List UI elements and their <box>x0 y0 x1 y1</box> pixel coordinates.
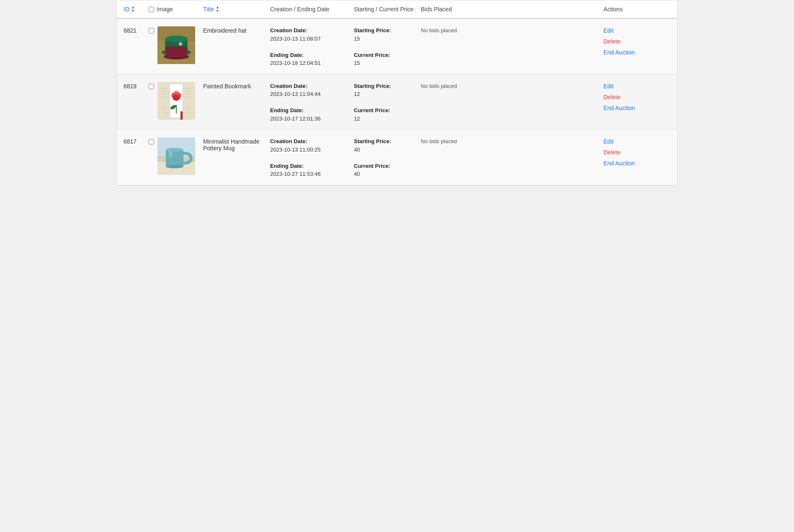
row-title: Painted Bookmark <box>203 81 270 90</box>
row-dates: Creation Date: 2023-10-13 11:00:25 Endin… <box>270 136 354 178</box>
col-header-actions: Actions <box>603 6 670 13</box>
row-checkbox[interactable] <box>149 139 154 144</box>
col-header-bids: Bids Placed <box>421 6 603 13</box>
row-checkbox[interactable] <box>149 28 154 33</box>
svg-point-30 <box>166 165 183 168</box>
table-header: ID ▲▼ Image Title ▲▼ Creation / Ending D… <box>117 0 677 19</box>
row-actions: Edit Delete End Auction <box>603 26 670 56</box>
row-price: Starting Price: 40 Current Price: 40 <box>354 136 421 178</box>
table-row: 6821 <box>117 19 677 75</box>
product-image <box>157 82 195 120</box>
col-header-title[interactable]: Title ▲▼ <box>203 5 270 13</box>
row-actions: Edit Delete End Auction <box>603 81 670 111</box>
row-bids: No bids placed <box>421 136 603 144</box>
svg-rect-29 <box>166 150 183 167</box>
edit-button[interactable]: Edit <box>603 138 614 145</box>
row-dates: Creation Date: 2023-10-13 11:04:44 Endin… <box>270 81 354 123</box>
edit-button[interactable]: Edit <box>603 83 614 90</box>
id-sort-icon[interactable]: ▲▼ <box>131 5 135 13</box>
row-image-cell <box>149 26 203 64</box>
auction-table: ID ▲▼ Image Title ▲▼ Creation / Ending D… <box>116 0 678 186</box>
end-auction-button[interactable]: End Auction <box>603 105 635 111</box>
svg-point-8 <box>179 42 182 46</box>
title-sort-icon[interactable]: ▲▼ <box>216 5 219 13</box>
row-bids: No bids placed <box>421 26 603 33</box>
product-image <box>157 137 195 175</box>
svg-point-24 <box>173 95 179 100</box>
row-bids: No bids placed <box>421 81 603 89</box>
table-row: 6819 <box>117 75 677 130</box>
row-title: Embroidered hat <box>203 26 270 34</box>
row-price: Starting Price: 15 Current Price: 15 <box>354 26 421 67</box>
svg-rect-7 <box>166 46 187 57</box>
table-row: 6817 <box>117 130 677 185</box>
delete-button[interactable]: Delete <box>603 38 620 45</box>
row-actions: Edit Delete End Auction <box>603 136 670 167</box>
edit-button[interactable]: Edit <box>603 27 614 34</box>
end-auction-button[interactable]: End Auction <box>603 49 635 56</box>
row-id: 6817 <box>124 136 149 145</box>
end-auction-button[interactable]: End Auction <box>603 160 635 167</box>
delete-button[interactable]: Delete <box>603 94 620 100</box>
svg-point-31 <box>166 148 183 152</box>
col-header-price: Starting / Current Price <box>354 6 421 13</box>
svg-rect-25 <box>180 111 183 120</box>
row-title: Minimalist Handmade Pottery Mug <box>203 136 270 152</box>
select-all-checkbox[interactable] <box>149 7 154 12</box>
row-image-cell <box>149 81 203 120</box>
product-image <box>157 26 195 64</box>
delete-button[interactable]: Delete <box>603 149 620 156</box>
col-header-image: Image <box>149 6 203 13</box>
row-image-cell <box>149 136 203 175</box>
col-header-id[interactable]: ID ▲▼ <box>124 5 149 13</box>
row-price: Starting Price: 12 Current Price: 12 <box>354 81 421 123</box>
row-checkbox[interactable] <box>149 84 154 89</box>
row-id: 6819 <box>124 81 149 90</box>
svg-point-34 <box>174 159 176 161</box>
row-id: 6821 <box>124 26 149 34</box>
svg-point-33 <box>171 156 173 159</box>
col-header-dates: Creation / Ending Date <box>270 6 354 13</box>
svg-point-5 <box>165 36 188 42</box>
row-dates: Creation Date: 2023-10-13 11:08:07 Endin… <box>270 26 354 67</box>
